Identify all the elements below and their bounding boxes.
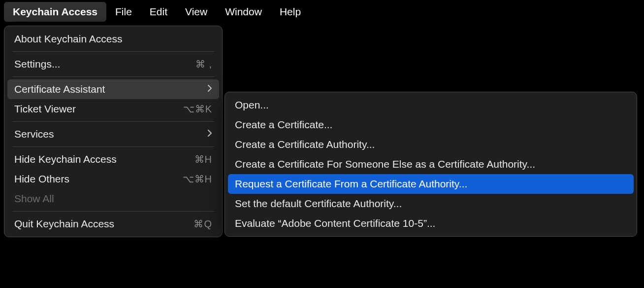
submenu-item-evaluate[interactable]: Evaluate “Adobe Content Certificate 10-5… <box>228 214 634 233</box>
menu-item-hide[interactable]: Hide Keychain Access ⌘H <box>7 149 219 169</box>
menubar-item-help[interactable]: Help <box>271 2 310 22</box>
menu-label: About Keychain Access <box>14 33 212 45</box>
submenu-item-set-default[interactable]: Set the default Certificate Authority... <box>228 194 634 214</box>
menu-label: Hide Others <box>14 173 173 185</box>
menu-label: Request a Certificate From a Certificate… <box>235 178 627 190</box>
separator <box>12 121 214 122</box>
chevron-right-icon <box>207 84 212 95</box>
menu-label: Certificate Assistant <box>14 83 207 95</box>
menu-label: Create a Certificate... <box>235 119 627 131</box>
separator <box>12 146 214 147</box>
separator <box>12 76 214 77</box>
menu-shortcut: ⌘ , <box>173 58 212 70</box>
app-menu-dropdown: About Keychain Access Settings... ⌘ , Ce… <box>4 26 223 237</box>
menu-label: Ticket Viewer <box>14 103 173 115</box>
menu-item-quit[interactable]: Quit Keychain Access ⌘Q <box>7 214 219 234</box>
menubar-item-file[interactable]: File <box>106 2 141 22</box>
menu-shortcut: ⌘H <box>173 153 212 165</box>
menubar-item-keychain-access[interactable]: Keychain Access <box>4 2 106 22</box>
submenu-item-create-certificate[interactable]: Create a Certificate... <box>228 115 634 135</box>
menu-item-ticket-viewer[interactable]: Ticket Viewer ⌥⌘K <box>7 99 219 119</box>
menu-shortcut: ⌘Q <box>173 218 212 230</box>
menu-label: Create a Certificate Authority... <box>235 139 627 150</box>
menu-label: Create a Certificate For Someone Else as… <box>235 158 627 170</box>
submenu-item-open[interactable]: Open... <box>228 95 634 115</box>
menu-shortcut: ⌥⌘K <box>173 103 212 115</box>
menu-item-certificate-assistant[interactable]: Certificate Assistant <box>7 79 219 99</box>
menu-label: Show All <box>14 193 212 205</box>
menu-label: Services <box>14 128 207 140</box>
submenu-item-create-for-someone-else[interactable]: Create a Certificate For Someone Else as… <box>228 154 634 174</box>
menubar-item-view[interactable]: View <box>176 2 216 22</box>
menubar: Keychain Access File Edit View Window He… <box>0 0 644 24</box>
chevron-right-icon <box>207 129 212 140</box>
menu-item-services[interactable]: Services <box>7 124 219 144</box>
menu-label: Settings... <box>14 58 173 70</box>
submenu-item-request-certificate[interactable]: Request a Certificate From a Certificate… <box>228 174 634 194</box>
menu-label: Set the default Certificate Authority... <box>235 198 627 210</box>
menu-item-settings[interactable]: Settings... ⌘ , <box>7 54 219 74</box>
menubar-item-window[interactable]: Window <box>216 2 271 22</box>
menu-item-about[interactable]: About Keychain Access <box>7 29 219 49</box>
menu-item-show-all: Show All <box>7 189 219 209</box>
menu-shortcut: ⌥⌘H <box>173 173 212 185</box>
menu-label: Open... <box>235 99 627 111</box>
menu-label: Quit Keychain Access <box>14 218 173 230</box>
separator <box>12 51 214 52</box>
certificate-assistant-submenu: Open... Create a Certificate... Create a… <box>225 92 637 237</box>
submenu-item-create-certificate-authority[interactable]: Create a Certificate Authority... <box>228 135 634 154</box>
menubar-item-edit[interactable]: Edit <box>141 2 176 22</box>
menu-label: Evaluate “Adobe Content Certificate 10-5… <box>235 217 627 229</box>
menu-item-hide-others[interactable]: Hide Others ⌥⌘H <box>7 169 219 189</box>
menu-label: Hide Keychain Access <box>14 153 173 165</box>
separator <box>12 211 214 212</box>
